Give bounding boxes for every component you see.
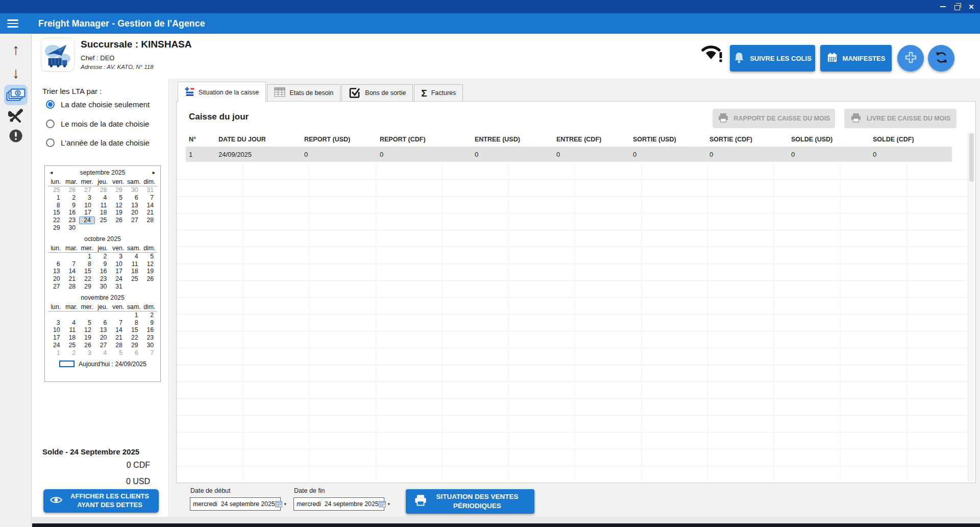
calendar-day[interactable]: 21 <box>142 209 158 217</box>
calendar-day[interactable]: 1 <box>48 349 64 357</box>
calendar-day[interactable]: 17 <box>110 268 126 275</box>
calendar-day[interactable]: 6 <box>95 319 111 327</box>
radio-month-of-date[interactable]: Le mois de la date choisie <box>46 119 149 128</box>
calendar-day[interactable]: 21 <box>64 275 80 283</box>
calendar-day[interactable]: 28 <box>64 283 80 291</box>
calendar-day[interactable]: 26 <box>79 342 95 349</box>
close-button[interactable]: ✕ <box>966 2 977 12</box>
calendar-prev-icon[interactable]: ◄ <box>49 170 54 175</box>
calendar-day[interactable]: 4 <box>64 319 80 327</box>
calendar-day[interactable]: 2 <box>142 312 158 319</box>
calendar-day[interactable]: 29 <box>110 186 126 194</box>
calendar-day[interactable]: 29 <box>48 224 64 232</box>
calendar-day[interactable]: 7 <box>110 319 126 327</box>
calendar-day[interactable]: 13 <box>48 268 64 275</box>
calendar-day[interactable]: 9 <box>142 319 158 327</box>
calendar-day[interactable]: 26 <box>64 186 80 194</box>
calendar-day[interactable]: 20 <box>126 209 142 217</box>
calendar-day[interactable]: 10 <box>79 202 95 209</box>
calendar-day[interactable]: 17 <box>79 209 95 217</box>
sidebar-item-down[interactable]: ↓ <box>0 65 32 81</box>
calendar-day[interactable]: 10 <box>110 260 126 268</box>
tab-etats-de-besoin[interactable]: Etats de besoin <box>267 84 340 101</box>
calendar-day[interactable]: 4 <box>95 194 111 202</box>
calendar-day[interactable]: 20 <box>48 275 64 283</box>
sidebar-item-up[interactable]: ↑ <box>0 42 32 57</box>
calendar-day[interactable]: 31 <box>142 186 158 194</box>
calendar-day[interactable]: 3 <box>110 253 126 260</box>
calendar-day[interactable]: 3 <box>79 349 95 357</box>
calendar-day[interactable]: 5 <box>110 349 126 357</box>
show-debtors-button[interactable]: AFFICHER LES CLIENTS AYANT DES DETTES <box>43 489 159 513</box>
calendar-day[interactable]: 15 <box>79 268 95 275</box>
calendar-day[interactable]: 28 <box>142 217 158 224</box>
calendar-day[interactable]: 15 <box>126 326 142 334</box>
calendar-day[interactable]: 26 <box>142 275 158 283</box>
today-indicator-box[interactable] <box>59 361 75 367</box>
calendar-day[interactable]: 2 <box>64 194 80 202</box>
calendar-day[interactable]: 23 <box>142 334 158 342</box>
calendar-day[interactable]: 23 <box>64 217 80 224</box>
calendar-day[interactable]: 7 <box>64 260 80 268</box>
calendar-day[interactable]: 22 <box>48 217 64 224</box>
calendar-day[interactable]: 2 <box>64 349 80 357</box>
calendar-day[interactable]: 8 <box>48 202 64 209</box>
calendar-day[interactable]: 18 <box>126 268 142 275</box>
calendar-day[interactable]: 16 <box>64 209 80 217</box>
start-date-picker[interactable]: mercredi 24 septembre 2025 ▼ <box>190 497 281 511</box>
tab-bons-de-sortie[interactable]: Bons de sortie <box>341 84 413 101</box>
periodic-sales-button[interactable]: SITUATION DES VENTES PÉRIODIQUES <box>406 489 534 514</box>
calendar-day[interactable]: 7 <box>142 194 158 202</box>
calendar-day[interactable]: 6 <box>126 194 142 202</box>
calendar-day[interactable]: 30 <box>64 224 80 232</box>
calendar-day[interactable]: 20 <box>95 334 111 342</box>
calendar-day[interactable]: 27 <box>48 283 64 291</box>
calendar-day[interactable]: 5 <box>142 253 158 260</box>
calendar-day[interactable]: 12 <box>110 202 126 209</box>
calendar-day[interactable]: 27 <box>95 342 111 349</box>
calendar-day[interactable]: 22 <box>126 334 142 342</box>
sidebar-item-cash[interactable] <box>0 85 32 105</box>
calendar-day[interactable]: 25 <box>95 217 111 224</box>
calendar-day[interactable]: 14 <box>110 326 126 334</box>
sidebar-item-alerts[interactable] <box>0 129 32 145</box>
calendar-day[interactable]: 3 <box>79 194 95 202</box>
calendar-day[interactable]: 8 <box>126 319 142 327</box>
calendar-day[interactable]: 6 <box>126 349 142 357</box>
radio-chosen-date-only[interactable]: La date choisie seulement <box>46 100 150 109</box>
calendar-day[interactable]: 1 <box>126 312 142 319</box>
calendar-day[interactable]: 19 <box>110 209 126 217</box>
tab-situation-caisse[interactable]: Situation de la caisse <box>178 82 266 102</box>
calendar-day[interactable]: 27 <box>126 217 142 224</box>
calendar-day[interactable]: 1 <box>48 194 64 202</box>
calendar-day[interactable]: 15 <box>48 209 64 217</box>
scrollbar-thumb[interactable] <box>969 133 974 182</box>
calendar-day[interactable]: 13 <box>95 326 111 334</box>
calendar-day[interactable]: 11 <box>95 202 111 209</box>
calendar-day[interactable]: 16 <box>95 268 111 275</box>
calendar-day[interactable]: 7 <box>142 349 158 357</box>
track-parcels-button[interactable]: SUIVRE LES COLIS <box>730 45 815 71</box>
calendar-day[interactable]: 2 <box>95 253 111 260</box>
calendar-day[interactable]: 25 <box>64 342 80 349</box>
calendar-day[interactable]: 9 <box>95 260 111 268</box>
calendar-day[interactable]: 29 <box>79 283 95 291</box>
monthly-cash-report-button[interactable]: RAPPORT DE CAISSE DU MOIS <box>713 109 835 128</box>
minimize-button[interactable] <box>937 2 948 12</box>
calendar-day[interactable]: 19 <box>79 334 95 342</box>
table-scrollbar[interactable] <box>968 132 975 482</box>
calendar-day[interactable]: 16 <box>142 326 158 334</box>
menu-button[interactable] <box>7 17 22 30</box>
tab-factures[interactable]: Σ Factures <box>414 84 463 101</box>
calendar-day[interactable]: 28 <box>110 342 126 349</box>
calendar-day[interactable]: 4 <box>95 349 111 357</box>
calendar-day[interactable]: 10 <box>48 326 64 334</box>
calendar-day[interactable]: 23 <box>95 275 111 283</box>
calendar-day[interactable]: 5 <box>79 319 95 327</box>
calendar-day[interactable]: 18 <box>95 209 111 217</box>
calendar-day[interactable]: 30 <box>126 186 142 194</box>
calendar-day[interactable]: 5 <box>110 194 126 202</box>
calendar-day[interactable]: 28 <box>95 186 111 194</box>
calendar-day[interactable]: 30 <box>142 342 158 349</box>
calendar-day[interactable]: 29 <box>126 342 142 349</box>
